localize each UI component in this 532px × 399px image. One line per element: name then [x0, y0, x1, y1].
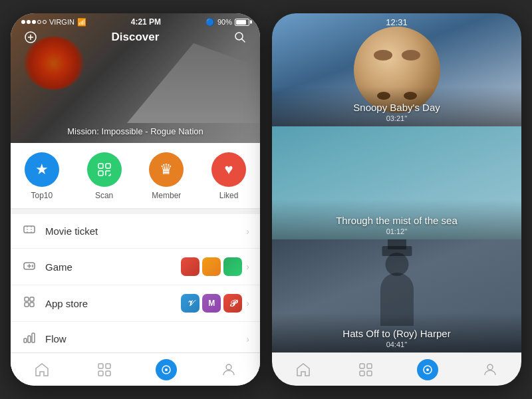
phone-video-feed: 12:31 Snoopy Baby's Day 03:21''	[272, 13, 521, 386]
svg-rect-28	[106, 364, 110, 368]
game-label: Game	[45, 261, 72, 273]
phone-discover: VIRGIN 📶 4:21 PM 🔵 90% Discover	[11, 13, 260, 386]
appstore-app-icon-1: 𝒱	[181, 294, 200, 313]
qa-scan-icon	[87, 152, 122, 187]
back-icon[interactable]	[21, 28, 40, 47]
quick-actions: ★ Top10 Scan ♛	[11, 143, 260, 209]
svg-rect-25	[28, 336, 31, 342]
video-feed: Snoopy Baby's Day 03:21'' Through the mi…	[272, 13, 521, 352]
movie-ticket-right: ›	[246, 226, 249, 237]
menu-item-movie-ticket-left: Movie ticket	[21, 223, 98, 239]
qa-scan-label: Scan	[95, 191, 113, 200]
tab-apps[interactable]	[84, 353, 124, 386]
video-card-1-title: Snoopy Baby's Day	[272, 102, 521, 113]
svg-rect-24	[24, 338, 27, 342]
svg-point-18	[32, 265, 33, 266]
signal-dot-4	[37, 20, 41, 24]
tab-discover-circle	[156, 359, 177, 380]
signal-dot-2	[27, 20, 31, 24]
qa-liked[interactable]: ♥ Liked	[211, 152, 246, 200]
video-card-3-title: Hats Off to (Roy) Harper	[272, 328, 521, 339]
status-time: 4:21 PM	[131, 17, 161, 27]
svg-rect-34	[360, 364, 364, 368]
qa-member-icon: ♛	[149, 152, 184, 187]
game-app-icon-1	[181, 257, 200, 276]
video-card-2-title: Through the mist of the sea	[272, 215, 521, 226]
svg-rect-36	[360, 371, 364, 376]
movie-ticket-icon	[21, 223, 37, 239]
svg-rect-26	[32, 333, 35, 342]
svg-rect-22	[25, 303, 29, 307]
svg-rect-30	[106, 371, 110, 376]
phone2-status-bar: 12:31	[272, 13, 521, 29]
svg-point-32	[165, 368, 168, 371]
svg-line-4	[241, 39, 245, 43]
game-app-icons	[181, 257, 242, 276]
signal-strength	[21, 20, 47, 24]
video-card-harper[interactable]: Hats Off to (Roy) Harper 04:41''	[272, 239, 521, 352]
qa-member[interactable]: ♛ Member	[149, 152, 184, 200]
svg-rect-21	[30, 297, 34, 301]
status-bar-left: VIRGIN 📶	[21, 18, 86, 27]
flow-label: Flow	[45, 333, 66, 344]
menu-item-movie-ticket[interactable]: Movie ticket ›	[11, 214, 260, 249]
phone2-tab-home[interactable]	[283, 353, 323, 386]
menu-item-flow[interactable]: Flow ›	[11, 322, 260, 356]
svg-point-33	[226, 364, 231, 370]
qa-top10-icon: ★	[25, 152, 59, 187]
movie-ticket-label: Movie ticket	[45, 225, 98, 237]
phone2-tab-discover-circle	[417, 359, 438, 380]
hero-banner[interactable]: VIRGIN 📶 4:21 PM 🔵 90% Discover	[11, 13, 260, 143]
game-arrow: ›	[246, 261, 249, 272]
signal-dot-3	[32, 20, 36, 24]
tab-bar	[11, 352, 260, 386]
video-card-mist[interactable]: Through the mist of the sea 01:12''	[272, 126, 521, 239]
svg-rect-5	[98, 164, 103, 168]
svg-rect-20	[25, 297, 29, 301]
phone2-tab-profile[interactable]	[470, 353, 510, 386]
svg-rect-29	[98, 371, 103, 376]
phone2-tab-discover[interactable]	[408, 353, 448, 386]
bluetooth-icon: 🔵	[205, 18, 215, 27]
svg-rect-23	[30, 303, 34, 307]
search-icon[interactable]	[231, 28, 249, 47]
flow-right: ›	[246, 334, 249, 344]
flow-icon	[21, 331, 37, 347]
nav-title: Discover	[112, 31, 160, 44]
tab-profile[interactable]	[209, 353, 249, 386]
app-store-right: 𝒱 M 𝒫 ›	[181, 294, 249, 313]
phone2-time: 12:31	[386, 17, 408, 27]
phone2-tab-bar	[272, 352, 521, 386]
tab-home[interactable]	[22, 353, 62, 386]
svg-point-19	[32, 266, 33, 267]
menu-item-game[interactable]: Game ›	[11, 249, 260, 285]
qa-top10[interactable]: ★ Top10	[25, 152, 59, 200]
battery-icon	[235, 19, 249, 26]
svg-rect-7	[98, 171, 103, 176]
battery-percent: 90%	[217, 18, 232, 26]
appstore-app-icon-3: 𝒫	[223, 294, 242, 313]
carrier-label: VIRGIN	[49, 18, 74, 26]
menu-item-app-store[interactable]: App store 𝒱 M 𝒫 ›	[11, 285, 260, 322]
app-store-label: App store	[45, 298, 88, 309]
svg-rect-27	[98, 364, 103, 368]
video-card-1-duration: 03:21''	[272, 114, 521, 122]
battery-fill	[236, 20, 246, 25]
flow-arrow: ›	[246, 334, 249, 344]
qa-scan[interactable]: Scan	[87, 152, 122, 200]
status-bar: VIRGIN 📶 4:21 PM 🔵 90%	[11, 13, 260, 28]
svg-rect-12	[24, 226, 35, 233]
qa-liked-label: Liked	[219, 191, 239, 200]
game-app-icon-3	[223, 257, 242, 276]
svg-rect-6	[106, 164, 110, 168]
game-app-icon-2	[202, 257, 221, 276]
video-card-snoopy[interactable]: Snoopy Baby's Day 03:21''	[272, 13, 521, 126]
svg-point-39	[426, 368, 429, 371]
tab-discover[interactable]	[146, 353, 186, 386]
video-card-3-duration: 04:41''	[272, 340, 521, 348]
phone2-tab-apps[interactable]	[346, 353, 386, 386]
phones-container: VIRGIN 📶 4:21 PM 🔵 90% Discover	[11, 13, 521, 386]
appstore-app-icons: 𝒱 M 𝒫	[181, 294, 242, 313]
game-icon	[21, 259, 37, 275]
video-card-2-duration: 01:12''	[272, 227, 521, 235]
